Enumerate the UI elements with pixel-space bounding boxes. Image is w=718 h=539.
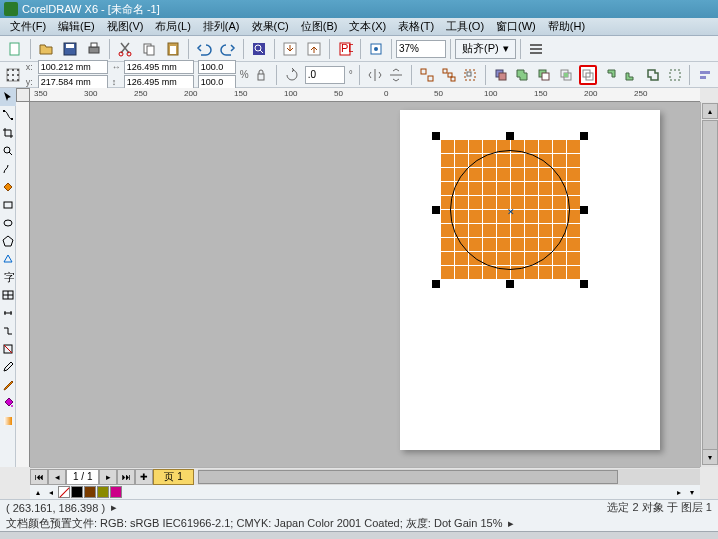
drawing-canvas[interactable]: ✕	[30, 102, 700, 467]
pick-tool[interactable]	[0, 88, 16, 106]
intersect-button[interactable]	[557, 65, 575, 85]
menu-help[interactable]: 帮助(H)	[542, 18, 591, 35]
new-button[interactable]	[4, 38, 26, 60]
snap-button[interactable]: 贴齐(P) ▾	[455, 39, 516, 59]
menu-bitmaps[interactable]: 位图(B)	[295, 18, 344, 35]
scale-x-input[interactable]	[198, 60, 236, 74]
combine-button[interactable]	[492, 65, 510, 85]
back-minus-front-button[interactable]	[622, 65, 640, 85]
ruler-origin[interactable]	[16, 88, 30, 102]
table-tool[interactable]	[0, 286, 16, 304]
menu-text[interactable]: 文本(X)	[343, 18, 392, 35]
text-tool[interactable]: 字	[0, 268, 16, 286]
palette-up-button[interactable]: ▴	[32, 486, 44, 498]
export-button[interactable]	[303, 38, 325, 60]
x-input[interactable]	[38, 60, 108, 74]
redo-button[interactable]	[217, 38, 239, 60]
zoom-tool[interactable]	[0, 142, 16, 160]
scroll-up-button[interactable]: ▴	[702, 103, 718, 119]
save-button[interactable]	[59, 38, 81, 60]
crop-tool[interactable]	[0, 124, 16, 142]
trim-button[interactable]	[535, 65, 553, 85]
print-button[interactable]	[83, 38, 105, 60]
front-minus-back-button[interactable]	[601, 65, 619, 85]
selection-handle-ml[interactable]	[432, 206, 440, 214]
shape-tool[interactable]	[0, 106, 16, 124]
eyedropper-tool[interactable]	[0, 358, 16, 376]
menu-tools[interactable]: 工具(O)	[440, 18, 490, 35]
align-button[interactable]	[696, 65, 714, 85]
scroll-down-button[interactable]: ▾	[702, 449, 718, 465]
no-color-swatch[interactable]	[58, 486, 70, 498]
menu-view[interactable]: 视图(V)	[101, 18, 150, 35]
polygon-tool[interactable]	[0, 232, 16, 250]
selection-center-icon[interactable]: ✕	[507, 207, 515, 217]
import-button[interactable]	[279, 38, 301, 60]
publish-pdf-button[interactable]: PDF	[334, 38, 356, 60]
prev-page-button[interactable]: ◂	[48, 469, 66, 485]
search-button[interactable]	[248, 38, 270, 60]
rectangle-tool[interactable]	[0, 196, 16, 214]
page-indicator[interactable]: 1 / 1	[66, 469, 99, 485]
y-input[interactable]	[38, 75, 108, 89]
add-page-button[interactable]: ✚	[135, 469, 153, 485]
status-next-icon[interactable]: ▸	[111, 501, 117, 514]
mirror-v-button[interactable]	[387, 65, 405, 85]
interactive-fill-tool[interactable]	[0, 412, 16, 430]
color-swatch-olive[interactable]	[97, 486, 109, 498]
open-button[interactable]	[35, 38, 57, 60]
horizontal-scrollbar[interactable]	[198, 469, 700, 485]
menu-table[interactable]: 表格(T)	[392, 18, 440, 35]
selection-handle-tr[interactable]	[580, 132, 588, 140]
selection-handle-br[interactable]	[580, 280, 588, 288]
group-button[interactable]	[461, 65, 479, 85]
outline-tool[interactable]	[0, 376, 16, 394]
page-tab-1[interactable]: 页 1	[153, 469, 193, 485]
options-button[interactable]	[525, 38, 547, 60]
selection-handle-bl[interactable]	[432, 280, 440, 288]
palette-left-button[interactable]: ◂	[45, 486, 57, 498]
dimension-tool[interactable]	[0, 304, 16, 322]
copy-button[interactable]	[138, 38, 160, 60]
zoom-input[interactable]	[396, 40, 446, 58]
vscroll-thumb[interactable]	[702, 120, 718, 450]
menu-arrange[interactable]: 排列(A)	[197, 18, 246, 35]
menu-layout[interactable]: 布局(L)	[149, 18, 196, 35]
selection-handle-mr[interactable]	[580, 206, 588, 214]
mirror-h-button[interactable]	[366, 65, 384, 85]
weld-button[interactable]	[514, 65, 532, 85]
palette-right-button[interactable]: ▸	[673, 486, 685, 498]
first-page-button[interactable]: ⏮	[30, 469, 48, 485]
connector-tool[interactable]	[0, 322, 16, 340]
next-page-button[interactable]: ▸	[99, 469, 117, 485]
ellipse-tool[interactable]	[0, 214, 16, 232]
color-swatch-magenta[interactable]	[110, 486, 122, 498]
undo-button[interactable]	[193, 38, 215, 60]
color-swatch-brown[interactable]	[84, 486, 96, 498]
vertical-scrollbar[interactable]: ▴ ▾	[700, 102, 718, 467]
app-launcher-button[interactable]	[365, 38, 387, 60]
vertical-ruler[interactable]	[16, 102, 30, 467]
height-input[interactable]	[124, 75, 194, 89]
ungroup-button[interactable]	[418, 65, 436, 85]
interactive-tool[interactable]	[0, 340, 16, 358]
boundary-button[interactable]	[644, 65, 662, 85]
lock-ratio-button[interactable]	[253, 65, 271, 85]
ungroup-all-button[interactable]	[440, 65, 458, 85]
scale-y-input[interactable]	[198, 75, 236, 89]
horizontal-ruler[interactable]: 350 300 250 200 150 100 50 0 50 100 150 …	[30, 88, 700, 102]
menu-effects[interactable]: 效果(C)	[246, 18, 295, 35]
basic-shapes-tool[interactable]	[0, 250, 16, 268]
simplify-button[interactable]	[579, 65, 597, 85]
paste-button[interactable]	[162, 38, 184, 60]
origin-picker-icon[interactable]	[4, 65, 22, 85]
fill-tool[interactable]	[0, 394, 16, 412]
last-page-button[interactable]: ⏭	[117, 469, 135, 485]
angle-input[interactable]	[305, 66, 345, 84]
smart-fill-tool[interactable]	[0, 178, 16, 196]
menu-window[interactable]: 窗口(W)	[490, 18, 542, 35]
color-swatch-black[interactable]	[71, 486, 83, 498]
profile-next-icon[interactable]: ▸	[508, 517, 514, 530]
menu-edit[interactable]: 编辑(E)	[52, 18, 101, 35]
selection-handle-bc[interactable]	[506, 280, 514, 288]
